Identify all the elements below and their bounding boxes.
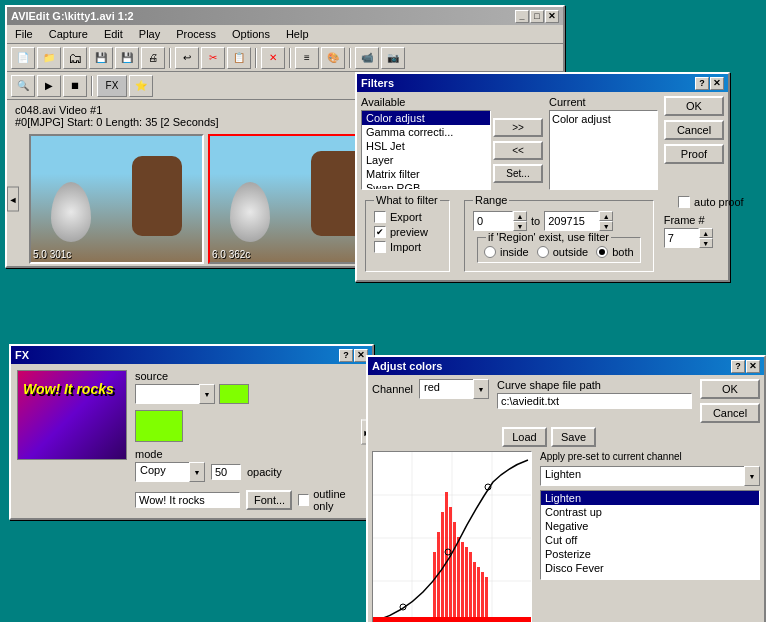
import-checkbox-wrap[interactable]: Import: [374, 241, 441, 253]
menu-capture[interactable]: Capture: [45, 27, 92, 41]
range-to-input[interactable]: [544, 211, 599, 231]
copy-button[interactable]: 📋: [227, 47, 251, 69]
outside-radio-wrap[interactable]: outside: [537, 246, 588, 258]
frame-num-up[interactable]: ▲: [699, 228, 713, 238]
remove-filter-button[interactable]: <<: [493, 141, 543, 160]
fx-mode-value[interactable]: Copy: [135, 462, 189, 482]
menu-process[interactable]: Process: [172, 27, 220, 41]
channel-dropdown-btn[interactable]: ▼: [473, 379, 489, 399]
save-button[interactable]: 💾: [89, 47, 113, 69]
current-listbox[interactable]: Color adjust: [549, 110, 658, 190]
range-from-input[interactable]: [473, 211, 513, 231]
both-radio-wrap[interactable]: both: [596, 246, 633, 258]
fx-source-dropdown-btn[interactable]: ▼: [199, 384, 215, 404]
current-item-0[interactable]: Color adjust: [552, 113, 655, 125]
menu-help[interactable]: Help: [282, 27, 313, 41]
filters-close-button[interactable]: ✕: [710, 77, 724, 90]
filters-cancel-button[interactable]: Cancel: [664, 120, 724, 140]
preset-selected-value[interactable]: Lighten: [540, 466, 744, 486]
autoproof-checkbox[interactable]: [678, 196, 690, 208]
color-button[interactable]: 🎨: [321, 47, 345, 69]
adjust-colors-help-button[interactable]: ?: [731, 360, 745, 373]
available-item-2[interactable]: HSL Jet: [362, 139, 490, 153]
preset-item-0[interactable]: Lighten: [541, 491, 759, 505]
preset-dropdown-btn[interactable]: ▼: [744, 466, 760, 486]
available-item-1[interactable]: Gamma correcti...: [362, 125, 490, 139]
set-filter-button[interactable]: Set...: [493, 164, 543, 183]
both-radio[interactable]: [596, 246, 608, 258]
curve-path-input[interactable]: [497, 393, 692, 409]
filter-button[interactable]: ≡: [295, 47, 319, 69]
save-button[interactable]: Save: [551, 427, 596, 447]
preset-item-4[interactable]: Posterize: [541, 547, 759, 561]
preset-item-1[interactable]: Contrast up: [541, 505, 759, 519]
adjust-ok-button[interactable]: OK: [700, 379, 760, 399]
open-button[interactable]: 🗂: [63, 47, 87, 69]
load-button[interactable]: Load: [502, 427, 547, 447]
fx-outline-checkbox[interactable]: [298, 494, 309, 506]
autoproof-checkbox-wrap[interactable]: auto proof: [664, 196, 744, 208]
search-button[interactable]: 🔍: [11, 75, 35, 97]
preset-listbox[interactable]: Lighten Contrast up Negative Cut off Pos…: [540, 490, 760, 580]
fx-outline-wrap[interactable]: outline only: [298, 488, 366, 512]
filters-proof-button[interactable]: Proof: [664, 144, 724, 164]
open-folder-button[interactable]: 📁: [37, 47, 61, 69]
menu-file[interactable]: File: [11, 27, 37, 41]
undo-button[interactable]: ↩: [175, 47, 199, 69]
preview-checkbox-wrap[interactable]: ✔ preview: [374, 226, 441, 238]
range-from-down[interactable]: ▼: [513, 221, 527, 231]
preview-checkbox[interactable]: ✔: [374, 226, 386, 238]
left-arrow-panel[interactable]: ◄: [7, 187, 19, 212]
available-item-3[interactable]: Layer: [362, 153, 490, 167]
available-item-5[interactable]: Swap RGB: [362, 181, 490, 190]
save2-button[interactable]: 💾: [115, 47, 139, 69]
fx-source-value[interactable]: Color: [135, 384, 199, 404]
preset-item-2[interactable]: Negative: [541, 519, 759, 533]
play-button[interactable]: ▶: [37, 75, 61, 97]
camera-button[interactable]: 📷: [381, 47, 405, 69]
maximize-button[interactable]: □: [530, 10, 544, 23]
menu-options[interactable]: Options: [228, 27, 274, 41]
export-checkbox[interactable]: [374, 211, 386, 223]
minimize-button[interactable]: _: [515, 10, 529, 23]
export-checkbox-wrap[interactable]: Export: [374, 211, 441, 223]
menu-edit[interactable]: Edit: [100, 27, 127, 41]
stop-button[interactable]: ⏹: [63, 75, 87, 97]
fx-text-input[interactable]: [135, 492, 240, 508]
filters-help-button[interactable]: ?: [695, 77, 709, 90]
channel-value[interactable]: red: [419, 379, 473, 399]
delete-button[interactable]: ✕: [261, 47, 285, 69]
outside-radio[interactable]: [537, 246, 549, 258]
filters-ok-button[interactable]: OK: [664, 96, 724, 116]
print-button[interactable]: 🖨: [141, 47, 165, 69]
add-filter-button[interactable]: >>: [493, 118, 543, 137]
fx-color-box[interactable]: [219, 384, 249, 404]
frame-num-input[interactable]: [664, 228, 699, 248]
range-to-up[interactable]: ▲: [599, 211, 613, 221]
preset-item-3[interactable]: Cut off: [541, 533, 759, 547]
import-checkbox[interactable]: [374, 241, 386, 253]
fx-font-button[interactable]: Font...: [246, 490, 292, 510]
inside-radio-wrap[interactable]: inside: [484, 246, 529, 258]
inside-radio[interactable]: [484, 246, 496, 258]
preset-item-5[interactable]: Disco Fever: [541, 561, 759, 575]
available-item-0[interactable]: Color adjust: [362, 111, 490, 125]
frame-num-down[interactable]: ▼: [699, 238, 713, 248]
range-from-up[interactable]: ▲: [513, 211, 527, 221]
adjust-cancel-button[interactable]: Cancel: [700, 403, 760, 423]
fx-mode-dropdown-btn[interactable]: ▼: [189, 462, 205, 482]
available-item-4[interactable]: Matrix filter: [362, 167, 490, 181]
menu-play[interactable]: Play: [135, 27, 164, 41]
video-button[interactable]: 📹: [355, 47, 379, 69]
available-listbox[interactable]: Color adjust Gamma correcti... HSL Jet L…: [361, 110, 491, 190]
new-button[interactable]: 📄: [11, 47, 35, 69]
fx-help-button[interactable]: ?: [339, 349, 353, 362]
fx-opacity-input[interactable]: [211, 464, 241, 480]
fx-button[interactable]: FX: [97, 75, 127, 97]
range-to-down[interactable]: ▼: [599, 221, 613, 231]
fx-green-swatch[interactable]: [135, 410, 183, 442]
cut-button[interactable]: ✂: [201, 47, 225, 69]
adjust-colors-close-button[interactable]: ✕: [746, 360, 760, 373]
close-button[interactable]: ✕: [545, 10, 559, 23]
star-button[interactable]: ⭐: [129, 75, 153, 97]
